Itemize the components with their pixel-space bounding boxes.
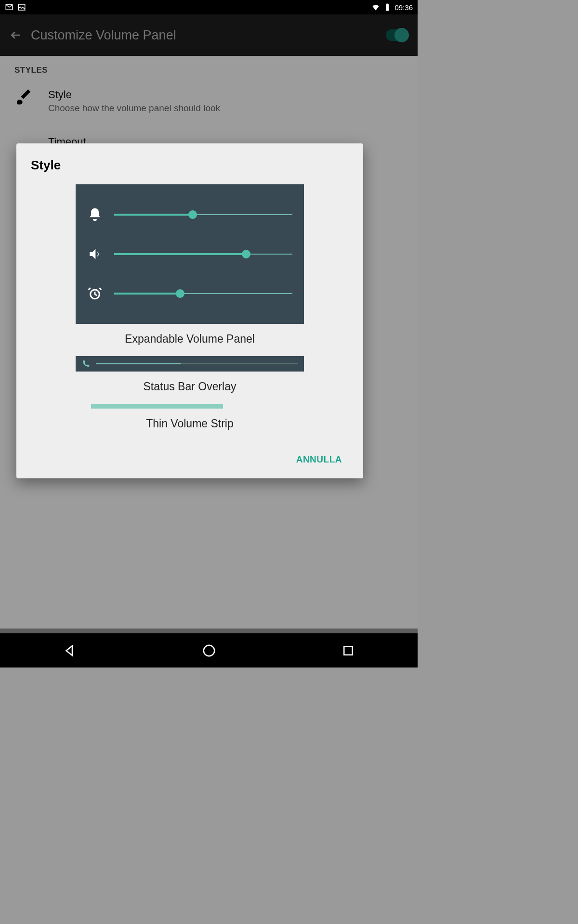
navigation-bar xyxy=(0,633,418,667)
speaker-icon xyxy=(87,246,103,262)
option-thinstrip-preview[interactable] xyxy=(91,404,223,409)
image-icon xyxy=(17,3,26,12)
battery-icon xyxy=(383,3,392,12)
svg-rect-6 xyxy=(344,646,353,655)
alarm-icon xyxy=(87,286,103,301)
phone-icon xyxy=(81,359,90,368)
svg-point-5 xyxy=(203,645,214,656)
nav-back-icon[interactable] xyxy=(63,643,77,658)
bell-icon xyxy=(87,207,103,222)
option-expandable-preview[interactable] xyxy=(76,184,304,324)
svg-rect-2 xyxy=(386,4,389,11)
status-time: 09:36 xyxy=(394,3,413,12)
screen: 09:36 Customize Volume Panel STYLES Styl… xyxy=(0,0,418,667)
speaker-slider[interactable] xyxy=(114,248,292,260)
option-label-thinstrip[interactable]: Thin Volume Strip xyxy=(31,417,349,430)
dialog-title: Style xyxy=(31,158,349,173)
svg-rect-3 xyxy=(387,4,388,5)
nav-recent-icon[interactable] xyxy=(341,643,355,658)
option-statusbar-preview[interactable] xyxy=(76,356,304,372)
statusbar-slider[interactable] xyxy=(96,363,298,364)
wifi-icon xyxy=(371,3,380,12)
status-bar: 09:36 xyxy=(0,0,418,14)
nav-home-icon[interactable] xyxy=(202,643,216,658)
option-label-statusbar[interactable]: Status Bar Overlay xyxy=(31,380,349,393)
alarm-slider[interactable] xyxy=(114,288,292,299)
cancel-button[interactable]: ANNULLA xyxy=(289,449,349,470)
style-dialog: Style xyxy=(16,143,363,478)
gmail-icon xyxy=(5,3,13,12)
option-label-expandable[interactable]: Expandable Volume Panel xyxy=(31,333,349,346)
bell-slider[interactable] xyxy=(114,209,292,220)
